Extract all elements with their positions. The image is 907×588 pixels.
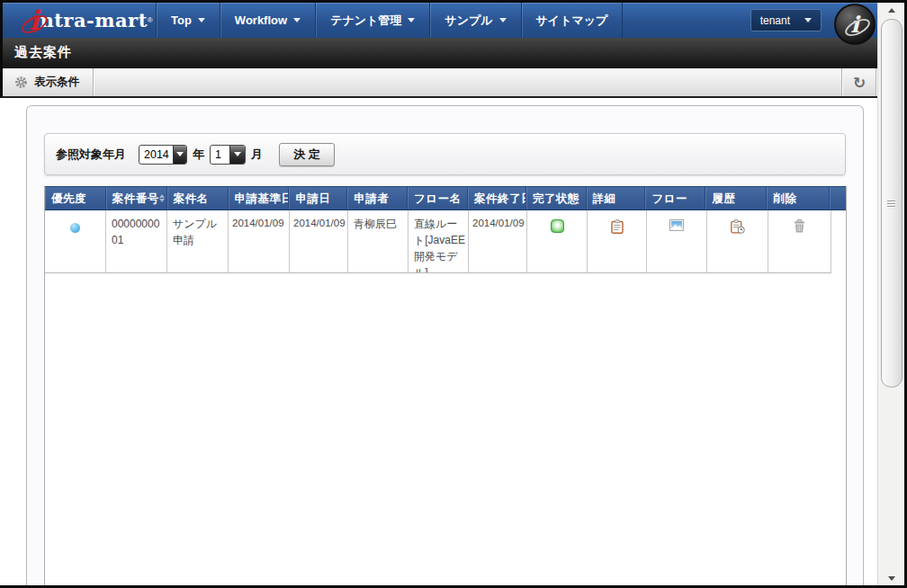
thumb-grip — [887, 200, 895, 201]
cell-delete — [768, 210, 831, 273]
cell-base-date: 2014/01/09 — [229, 210, 290, 273]
tenant-dropdown-button[interactable]: tenant — [750, 9, 822, 31]
col-header-applicant: 申請者 — [347, 187, 408, 209]
nav-item-label: テナント管理 — [330, 13, 401, 29]
nav-item-workflow[interactable]: Workflow — [220, 3, 315, 38]
cell-applicant: 青柳辰巳 — [348, 210, 409, 273]
year-unit-label: 年 — [193, 147, 204, 163]
clipboard-icon — [611, 219, 624, 234]
gear-icon — [14, 76, 28, 89]
month-select[interactable]: 1 — [210, 145, 246, 165]
arrow-up-icon — [888, 8, 895, 13]
reference-month-label: 参照対象年月 — [56, 147, 126, 163]
refresh-icon: ↻ — [853, 74, 866, 92]
cell-case-number: 0000000001 — [106, 210, 167, 273]
flow-button[interactable] — [669, 219, 684, 236]
col-header-history: 履歴 — [705, 187, 767, 209]
intra-mart-round-logo[interactable]: i — [834, 4, 876, 45]
select-arrow-icon — [229, 146, 245, 164]
chevron-down-icon — [293, 18, 301, 22]
nav-spacer — [623, 3, 750, 38]
clipboard-clock-icon — [731, 219, 745, 234]
main-panel: 参照対象年月 2014 年 1 月 決 定 優先度 — [26, 105, 864, 585]
col-header-spacer — [830, 187, 846, 209]
cell-priority — [45, 210, 106, 273]
col-header-base-date: 申請基準日 — [229, 187, 290, 209]
page-title: 過去案件 — [14, 44, 72, 61]
delete-button[interactable] — [794, 219, 805, 237]
scrollbar-thumb[interactable] — [881, 19, 903, 388]
trash-icon — [794, 219, 805, 233]
col-header-flow: フロー — [645, 187, 705, 209]
col-header-status: 完了状態 — [526, 187, 587, 209]
refresh-button[interactable]: ↻ — [843, 68, 876, 96]
logo-registered-mark: ® — [148, 14, 153, 27]
toolbar-spacer — [94, 68, 841, 96]
grid-header-row: 優先度 案件番号 案件名 申請基準日 申請日 申請者 フロー名 案件終了日 完了… — [45, 186, 846, 210]
cell-status — [527, 210, 588, 273]
logo-i-glyph: i — [850, 12, 859, 38]
col-header-flow-name: フロー名 — [408, 187, 468, 209]
col-header-case-number[interactable]: 案件番号 — [106, 187, 167, 209]
reference-month-form: 参照対象年月 2014 年 1 月 決 定 — [44, 133, 846, 175]
page-title-bar: 過去案件 — [0, 38, 877, 68]
cell-detail — [588, 210, 647, 273]
col-header-label: 案件番号 — [112, 192, 159, 205]
cell-history — [707, 210, 768, 273]
decide-button[interactable]: 決 定 — [279, 143, 335, 166]
month-unit-label: 月 — [251, 147, 263, 163]
grid-empty-area — [45, 273, 846, 585]
chevron-down-icon — [804, 18, 812, 22]
cell-flow-name: 直線ルート[JavaEE開発モデル] — [409, 210, 469, 273]
month-select-value: 1 — [211, 146, 229, 164]
display-settings-button[interactable]: 表示条件 — [3, 68, 93, 96]
scrollbar-up-button[interactable] — [878, 3, 904, 17]
page: intra-mart® Top Workflow テナント管理 サンプル サイト… — [0, 3, 877, 585]
logo-text: ntra-mart — [40, 9, 147, 31]
cell-end-date: 2014/01/09 — [469, 210, 527, 273]
chevron-down-icon — [198, 18, 205, 22]
cell-flow — [647, 210, 707, 273]
col-header-priority: 優先度 — [45, 187, 106, 209]
logo-i-swoosh-icon: i — [28, 7, 40, 34]
scrollbar-down-button[interactable] — [878, 571, 904, 585]
nav-item-label: Workflow — [235, 13, 287, 27]
col-header-case-name: 案件名 — [167, 187, 229, 209]
sort-icon — [159, 193, 165, 203]
nav-item-label: Top — [171, 13, 192, 27]
col-header-delete: 削除 — [767, 187, 830, 209]
table-row: 0000000001 サンプル申請 2014/01/09 2014/01/09 … — [45, 210, 846, 273]
chevron-down-icon — [408, 18, 415, 22]
year-select-value: 2014 — [139, 146, 173, 164]
toolbar: 表示条件 ↻ — [0, 68, 877, 98]
intra-mart-logo: intra-mart® — [3, 3, 156, 38]
col-header-detail: 詳細 — [587, 187, 646, 209]
nav-item-label: サイトマップ — [536, 13, 608, 29]
col-header-apply-date: 申請日 — [289, 187, 347, 209]
nav-item-sitemap[interactable]: サイトマップ — [521, 3, 624, 38]
col-header-end-date: 案件終了日 — [468, 187, 526, 209]
thumb-grip — [887, 203, 895, 204]
app-window: intra-mart® Top Workflow テナント管理 サンプル サイト… — [0, 0, 907, 588]
select-arrow-icon — [173, 146, 186, 164]
priority-blue-dot-icon — [70, 223, 80, 233]
thumb-grip — [887, 206, 895, 207]
past-cases-grid: 優先度 案件番号 案件名 申請基準日 申請日 申請者 フロー名 案件終了日 完了… — [44, 186, 847, 585]
detail-button[interactable] — [611, 219, 624, 238]
nav-item-sample[interactable]: サンプル — [429, 3, 520, 38]
content-area: 参照対象年月 2014 年 1 月 決 定 優先度 — [0, 98, 877, 585]
display-settings-label: 表示条件 — [34, 75, 79, 90]
tenant-label: tenant — [760, 14, 790, 27]
history-button[interactable] — [731, 219, 745, 238]
cell-case-name: サンプル申請 — [167, 210, 229, 273]
vertical-scrollbar — [877, 3, 904, 585]
year-select[interactable]: 2014 — [139, 145, 187, 165]
nav-item-label: サンプル — [445, 13, 492, 29]
chevron-down-icon — [499, 18, 507, 22]
nav-item-top[interactable]: Top — [156, 3, 220, 38]
arrow-down-icon — [888, 576, 895, 581]
picture-icon — [669, 219, 684, 231]
nav-item-tenant-admin[interactable]: テナント管理 — [315, 3, 429, 38]
cell-apply-date: 2014/01/09 — [290, 210, 348, 273]
complete-status-icon — [551, 219, 564, 233]
